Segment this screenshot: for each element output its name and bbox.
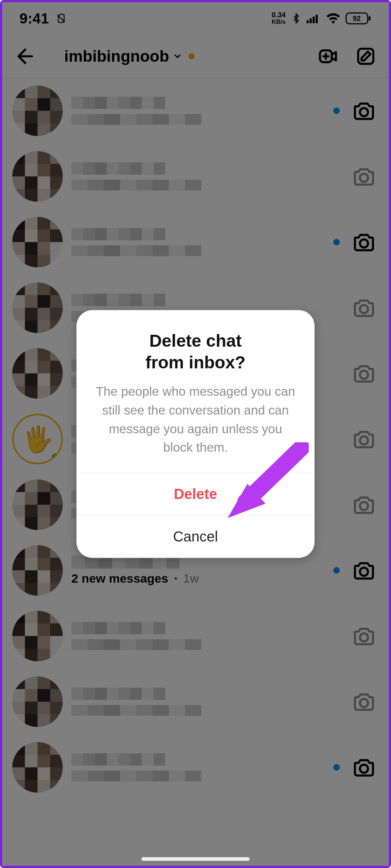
cancel-button[interactable]: Cancel — [76, 516, 315, 558]
gesture-nav-handle[interactable] — [141, 857, 250, 861]
dialog-title: Delete chat from inbox? — [91, 330, 300, 373]
dialog-description: The people who messaged you can still se… — [91, 382, 300, 457]
delete-chat-dialog: Delete chat from inbox? The people who m… — [76, 310, 315, 558]
delete-button[interactable]: Delete — [76, 473, 315, 516]
dialog-body: Delete chat from inbox? The people who m… — [76, 310, 315, 473]
